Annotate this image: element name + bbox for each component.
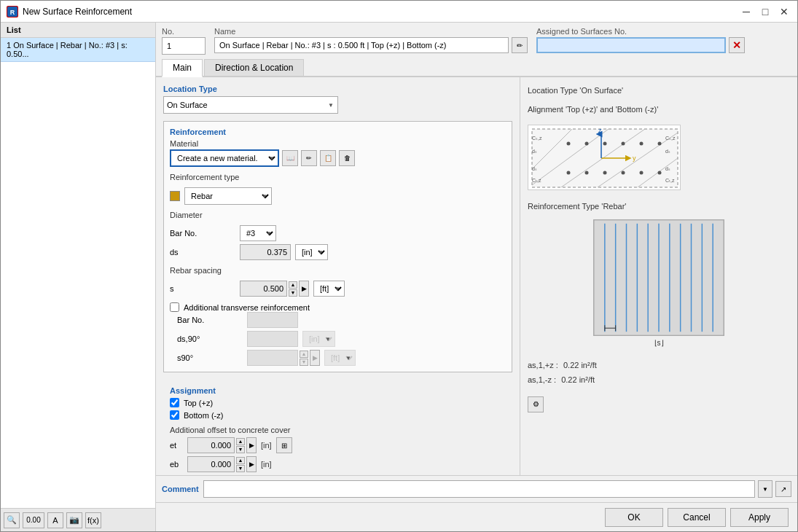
name-field: ✏ bbox=[214, 37, 528, 53]
eb-spinbtns: ▲ ▼ bbox=[236, 457, 245, 472]
spacing-input[interactable] bbox=[240, 281, 287, 297]
material-select[interactable]: Create a new material. bbox=[170, 149, 279, 167]
reinf-type-label: Reinforcement type bbox=[170, 173, 506, 181]
list-item[interactable]: 1 On Surface | Rebar | No.: #3 | s: 0.50… bbox=[1, 38, 155, 62]
svg-text:Cₛ,z: Cₛ,z bbox=[532, 136, 542, 141]
location-type-select[interactable]: On Surface bbox=[163, 96, 338, 114]
comment-open-button[interactable]: ↗ bbox=[775, 481, 791, 497]
trans-s-input bbox=[247, 350, 298, 366]
main-window: R New Surface Reinforcement ─ □ ✕ List 1… bbox=[0, 0, 798, 532]
rebar-diagram-wrap: ⌊s⌋ bbox=[528, 216, 790, 347]
svg-text:R: R bbox=[10, 9, 15, 16]
spacing-spin-down[interactable]: ▼ bbox=[289, 289, 297, 297]
spacing-group: Rebar spacing s ▲ ▼ ▶ bbox=[170, 266, 506, 297]
preview-text-1: Location Type 'On Surface' bbox=[528, 85, 790, 98]
close-button[interactable]: ✕ bbox=[777, 4, 791, 19]
trans-s-unit-select: [ft] bbox=[324, 350, 356, 366]
spacing-row: s ▲ ▼ ▶ bbox=[170, 281, 506, 297]
reinf-type-row: Rebar bbox=[170, 187, 506, 205]
comment-input[interactable] bbox=[203, 480, 755, 498]
trans-arrow-btn: ▶ bbox=[310, 350, 320, 366]
spacing-spin-up[interactable]: ▲ bbox=[289, 281, 297, 289]
ok-button[interactable]: OK bbox=[605, 508, 663, 527]
assigned-section: Assigned to Surfaces No. ✕ bbox=[536, 27, 745, 53]
trans-ds-unit-select: [in] bbox=[302, 331, 335, 347]
svg-text:Cₜ,z: Cₜ,z bbox=[532, 178, 541, 183]
ds-unit-select[interactable]: [in] bbox=[295, 244, 328, 260]
svg-point-21 bbox=[622, 171, 625, 175]
material-label: Material bbox=[170, 139, 506, 148]
et-row: et ▲ ▼ ▶ [in] ⊞ bbox=[170, 437, 506, 453]
assigned-input[interactable] bbox=[536, 37, 726, 53]
ds-label: ds bbox=[170, 248, 235, 257]
no-value: 1 bbox=[162, 37, 206, 55]
et-input[interactable] bbox=[187, 437, 235, 453]
comment-section: Comment ▼ ↗ bbox=[156, 475, 797, 502]
stat1: as,1,+z : 0.22 in²/ft bbox=[528, 359, 790, 373]
eb-input[interactable] bbox=[187, 456, 235, 472]
top-label: Top (+z) bbox=[184, 399, 213, 407]
bottom-toolbar bbox=[0, 509, 155, 532]
bottom-checkbox[interactable] bbox=[170, 410, 179, 420]
top-checkbox[interactable] bbox=[170, 398, 179, 407]
spacing-spinbtns: ▲ ▼ bbox=[289, 281, 297, 297]
et-spinner: ▲ ▼ ▶ bbox=[187, 437, 257, 453]
reinf-type-select[interactable]: Rebar bbox=[184, 187, 272, 205]
eb-spin-up[interactable]: ▲ bbox=[236, 457, 245, 464]
material-group: Material Create a new material. 📖 ✏ 📋 bbox=[170, 139, 506, 167]
reinf-type-group: Reinforcement type Rebar bbox=[170, 173, 506, 205]
name-field-group: Name ✏ bbox=[214, 27, 528, 53]
eb-arrow-btn[interactable]: ▶ bbox=[246, 456, 257, 472]
spacing-arrow-btn[interactable]: ▶ bbox=[299, 281, 309, 297]
clear-assigned-button[interactable]: ✕ bbox=[729, 37, 745, 53]
list-scroll-area[interactable]: 1 On Surface | Rebar | No.: #3 | s: 0.50… bbox=[1, 38, 155, 508]
preview-settings-button[interactable]: ⚙ bbox=[528, 396, 544, 412]
et-spin-down[interactable]: ▼ bbox=[236, 446, 245, 453]
svg-text:Cₜ,z: Cₜ,z bbox=[665, 178, 675, 183]
main-content: List 1 On Surface | Rebar | No.: #3 | s:… bbox=[1, 23, 797, 531]
s-unit-select[interactable]: [ft] bbox=[313, 281, 345, 297]
offset-table-button[interactable]: ⊞ bbox=[276, 437, 292, 453]
edit-name-button[interactable]: ✏ bbox=[512, 37, 528, 53]
offset-group: Additional offset to concrete cover et ▲… bbox=[170, 426, 506, 472]
maximize-button[interactable]: □ bbox=[758, 4, 772, 19]
svg-text:Cₛ,z: Cₛ,z bbox=[665, 136, 676, 141]
rebar-color-swatch bbox=[170, 191, 180, 201]
s-unit-wrap: [ft] bbox=[313, 281, 345, 297]
list-header: List bbox=[1, 23, 155, 38]
material-edit-button[interactable]: ✏ bbox=[301, 150, 317, 166]
et-spin-up[interactable]: ▲ bbox=[236, 438, 245, 445]
minimize-button[interactable]: ─ bbox=[739, 4, 754, 19]
rebar-diagram bbox=[593, 219, 724, 336]
cancel-button[interactable]: Cancel bbox=[668, 508, 726, 527]
preview-icon-row: ⚙ bbox=[528, 396, 790, 412]
et-arrow-btn[interactable]: ▶ bbox=[246, 437, 257, 453]
svg-text:dₛ: dₛ bbox=[665, 166, 670, 171]
svg-text:z: z bbox=[598, 127, 602, 134]
material-copy-button[interactable]: 📋 bbox=[320, 150, 336, 166]
trans-ds-input bbox=[247, 331, 298, 347]
right-panel: No. 1 Name ✏ Assigned to Surfaces No. ✕ bbox=[156, 23, 797, 531]
reinf-type-select-wrap: Rebar bbox=[184, 187, 272, 205]
material-delete-button[interactable]: 🗑 bbox=[339, 150, 355, 166]
svg-point-15 bbox=[622, 142, 625, 146]
tab-direction-location[interactable]: Direction & Location bbox=[204, 59, 304, 76]
preview-text-2: Alignment 'Top (+z)' and 'Bottom (-z)' bbox=[528, 103, 790, 117]
stat2-value: 0.22 in²/ft bbox=[561, 375, 595, 384]
et-label: et bbox=[170, 441, 183, 450]
assignment-label: Assignment bbox=[170, 386, 506, 395]
transverse-checkbox[interactable] bbox=[170, 302, 179, 312]
eb-spin-down[interactable]: ▼ bbox=[236, 465, 245, 472]
svg-point-18 bbox=[567, 171, 571, 175]
footer-buttons: OK Cancel Apply bbox=[156, 502, 797, 531]
ds-unit-wrap: [in] bbox=[295, 244, 328, 260]
tab-main[interactable]: Main bbox=[162, 59, 203, 77]
apply-button[interactable]: Apply bbox=[730, 508, 789, 527]
comment-dropdown-button[interactable]: ▼ bbox=[758, 480, 772, 498]
name-input[interactable] bbox=[214, 37, 509, 53]
top-checkbox-row: Top (+z) bbox=[170, 398, 506, 407]
material-row: Create a new material. 📖 ✏ 📋 🗑 bbox=[170, 149, 506, 167]
bar-no-select[interactable]: #3 bbox=[240, 225, 276, 241]
stat1-value: 0.22 in²/ft bbox=[563, 361, 597, 369]
material-book-button[interactable]: 📖 bbox=[282, 150, 298, 166]
